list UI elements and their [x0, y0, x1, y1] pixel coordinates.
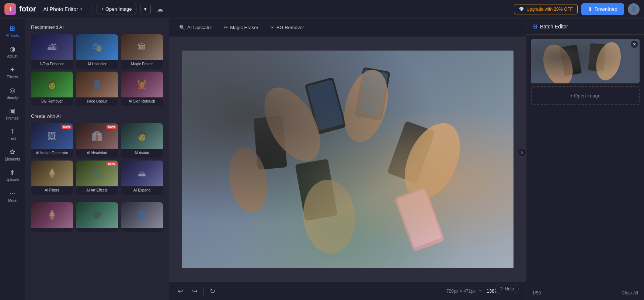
batch-image-item[interactable]: ✕: [531, 39, 640, 83]
eraser-label: Magic Eraser: [230, 25, 258, 30]
canvas-area: 🔍 AI Upscaler ✏ Magic Eraser ✂ BG Remove…: [169, 18, 526, 300]
canvas-main: [169, 37, 526, 282]
help-button[interactable]: ? Help: [495, 284, 519, 294]
zoom-out-button[interactable]: −: [478, 287, 483, 295]
svg-point-19: [592, 39, 625, 83]
tool-card-image: 🍦: [31, 161, 73, 186]
tool-card-ai-art-effects[interactable]: NEW 🐾 AI Art Effects: [76, 161, 118, 195]
tool-card-more-2[interactable]: 🖤: [76, 202, 118, 232]
sidebar-item-text[interactable]: T Text: [1, 125, 24, 144]
sidebar-item-label: Text: [9, 137, 15, 141]
tool-card-tap-enhance[interactable]: 🏙 1-Tap Enhance: [31, 34, 73, 69]
logo-icon: f: [4, 3, 16, 15]
right-panel-body: ✕ + Open Image: [526, 35, 644, 286]
tool-card-ai-skin[interactable]: 💆 AI Skin Retouch: [121, 72, 163, 106]
tool-card-ai-avatar[interactable]: 🧑 AI Avatar: [121, 123, 163, 158]
tool-card-ai-headshot[interactable]: NEW 👔 AI Headshot: [76, 123, 118, 158]
sidebar-item-label: Frames: [6, 116, 19, 120]
svg-rect-17: [588, 43, 606, 72]
tool-card-image: ⛰: [121, 161, 163, 186]
canvas-bottom-bar: ↩ ↪ ↻ 720px × 472px − 138% + ⊡: [169, 282, 526, 300]
batch-editor-title: Batch Editor: [540, 24, 568, 30]
expand-panel-button[interactable]: ›: [518, 148, 526, 157]
magic-eraser-toolbar-button[interactable]: ✏ Magic Eraser: [219, 23, 263, 32]
upscaler-label: AI Upscaler: [187, 25, 212, 30]
sidebar-item-uploads[interactable]: ⬆ Uploads: [1, 166, 24, 185]
tool-card-label: [31, 228, 73, 232]
more-options-icon: ▾: [144, 6, 147, 12]
more-options-button[interactable]: ▾: [140, 4, 151, 14]
sidebar-item-elements[interactable]: ✿ Elements: [1, 145, 24, 164]
tool-card-image: 👤: [76, 72, 118, 97]
sidebar-item-label: Adjust: [7, 54, 18, 58]
chevron-down-icon: ▾: [80, 7, 82, 11]
svg-rect-11: [307, 79, 344, 131]
batch-image-thumb: [531, 39, 640, 83]
tool-card-img-gen[interactable]: NEW 🖼 AI Image Generator: [31, 123, 73, 158]
divider: [91, 5, 91, 14]
tool-card-ai-filters[interactable]: 🍦 AI Filters: [31, 161, 73, 195]
clear-all-button[interactable]: Clear All: [622, 290, 638, 296]
tool-card-magic-eraser[interactable]: 🏛 Magic Eraser: [121, 34, 163, 69]
eraser-icon: ✏: [224, 25, 228, 30]
cloud-button[interactable]: ☁: [154, 3, 166, 15]
sidebar-item-more[interactable]: ⋯ More: [1, 186, 24, 206]
sidebar-item-beauty[interactable]: ◎ Beauty: [1, 83, 24, 103]
svg-rect-16: [560, 44, 582, 76]
redo-icon: ↪: [192, 287, 198, 295]
rotate-icon: ↻: [210, 287, 215, 295]
batch-thumb-svg: [531, 39, 640, 83]
logo: f fotor: [4, 3, 36, 15]
tool-card-more-3[interactable]: 👤: [121, 202, 163, 232]
bg-icon: ✂: [270, 25, 274, 30]
download-label: Download: [595, 6, 617, 12]
tool-card-image: 🖤: [76, 202, 118, 228]
tool-card-image: 👩: [31, 72, 73, 97]
redo-button[interactable]: ↪: [189, 286, 201, 297]
clear-all-label: Clear All: [622, 290, 638, 296]
tool-card-ai-expand[interactable]: ⛰ AI Expand: [121, 161, 163, 195]
add-image-label: + Open Image: [570, 93, 601, 99]
logo-text: fotor: [19, 5, 36, 13]
recommend-title: Recommend AI: [31, 24, 163, 30]
open-image-button[interactable]: + Open Image: [97, 4, 137, 14]
tool-card-bg-remover[interactable]: 👩 BG Remover: [31, 72, 73, 106]
separator: [203, 287, 204, 296]
tool-card-more-1[interactable]: 🍦: [31, 202, 73, 232]
tools-sidebar: ⊞ AI Tools ◑ Adjust ✦ Effects ◎ Beauty ▣…: [0, 18, 25, 300]
rotate-button[interactable]: ↻: [207, 286, 218, 297]
ai-photo-editor-button[interactable]: AI Photo Editor ▾: [40, 4, 86, 14]
svg-rect-15: [531, 39, 640, 83]
ai-panel: Recommend AI 🏙 1-Tap Enhance 🎭 AI Upscal…: [25, 18, 169, 300]
tool-card-label: Face Unblur: [76, 97, 118, 106]
sidebar-item-label: Elements: [5, 157, 20, 161]
sidebar-item-frames[interactable]: ▣ Frames: [1, 104, 24, 123]
help-label: Help: [505, 286, 514, 292]
text-icon: T: [10, 128, 14, 135]
tool-card-label: [76, 228, 118, 232]
new-badge: NEW: [107, 162, 116, 166]
tool-card-label: BG Remover: [31, 97, 73, 106]
sidebar-item-effects[interactable]: ✦ Effects: [1, 63, 24, 82]
open-image-label: + Open Image: [101, 6, 132, 12]
upscaler-icon: 🔍: [179, 25, 185, 30]
avatar[interactable]: 👤: [628, 3, 640, 15]
svg-rect-3: [253, 115, 287, 169]
sidebar-item-adjust[interactable]: ◑ Adjust: [1, 42, 24, 61]
undo-button[interactable]: ↩: [175, 286, 186, 297]
tool-card-label: AI Art Effects: [76, 186, 118, 195]
add-batch-image-button[interactable]: + Open Image: [531, 86, 640, 105]
download-button[interactable]: ⬇ Download: [581, 3, 624, 15]
ai-upscaler-toolbar-button[interactable]: 🔍 AI Upscaler: [175, 23, 216, 32]
svg-rect-12: [357, 69, 388, 117]
batch-delete-button[interactable]: ✕: [631, 41, 638, 48]
new-badge: NEW: [107, 125, 116, 129]
upgrade-button[interactable]: 💎 Upgrade with 20% OFF: [514, 4, 577, 14]
upgrade-label: Upgrade with 20% OFF: [526, 7, 572, 12]
sidebar-item-ai-tools[interactable]: ⊞ AI Tools: [1, 21, 24, 41]
tool-card-ai-upscaler[interactable]: 🎭 AI Upscaler: [76, 34, 118, 69]
bg-remover-toolbar-button[interactable]: ✂ BG Remover: [266, 23, 309, 32]
right-panel: ⊞ Batch Editor ✕ + Open Ima: [526, 18, 644, 300]
topbar: f fotor AI Photo Editor ▾ + Open Image ▾…: [0, 0, 644, 18]
tool-card-face-unblur[interactable]: 👤 Face Unblur: [76, 72, 118, 106]
